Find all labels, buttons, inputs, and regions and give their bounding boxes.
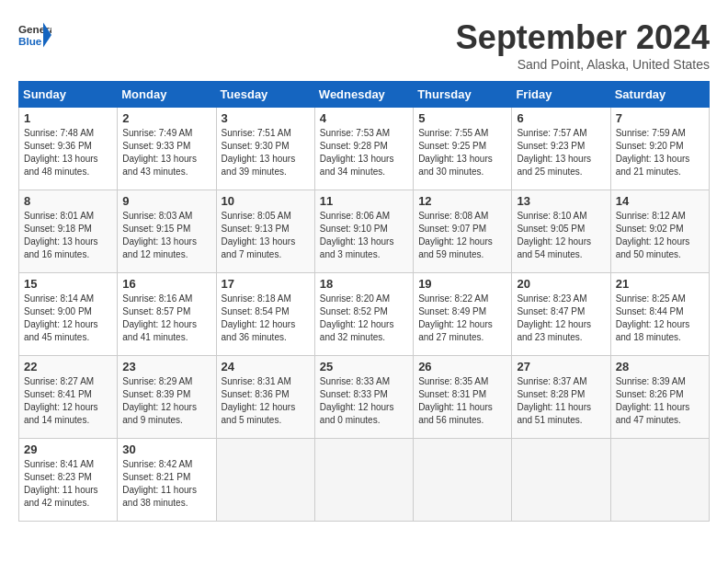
day-info: Sunrise: 8:39 AMSunset: 8:26 PMDaylight:…	[616, 375, 704, 427]
day-number: 4	[320, 111, 408, 125]
day-info: Sunrise: 7:59 AMSunset: 9:20 PMDaylight:…	[616, 127, 704, 178]
day-number: 26	[418, 360, 506, 373]
day-number: 24	[222, 360, 310, 373]
calendar-cell: 17Sunrise: 8:18 AMSunset: 8:54 PMDayligh…	[216, 273, 314, 356]
calendar-cell: 21Sunrise: 8:25 AMSunset: 8:44 PMDayligh…	[610, 273, 709, 356]
calendar-cell: 27Sunrise: 8:37 AMSunset: 8:28 PMDayligh…	[512, 356, 610, 439]
day-info: Sunrise: 7:55 AMSunset: 9:25 PMDaylight:…	[418, 127, 506, 178]
calendar-cell: 23Sunrise: 8:29 AMSunset: 8:39 PMDayligh…	[118, 356, 216, 439]
calendar-cell: 12Sunrise: 8:08 AMSunset: 9:07 PMDayligh…	[414, 190, 512, 273]
calendar-cell: 18Sunrise: 8:20 AMSunset: 8:52 PMDayligh…	[314, 273, 413, 356]
calendar-cell: 13Sunrise: 8:10 AMSunset: 9:05 PMDayligh…	[512, 190, 610, 273]
day-info: Sunrise: 8:06 AMSunset: 9:10 PMDaylight:…	[320, 210, 408, 261]
day-info: Sunrise: 8:10 AMSunset: 9:05 PMDaylight:…	[517, 210, 605, 261]
calendar-cell	[512, 439, 610, 522]
day-number: 21	[616, 277, 704, 291]
day-number: 11	[320, 194, 408, 208]
day-number: 30	[122, 442, 210, 456]
calendar-week-4: 22Sunrise: 8:27 AMSunset: 8:41 PMDayligh…	[19, 356, 710, 439]
month-title: September 2024	[456, 18, 710, 57]
day-number: 5	[418, 111, 506, 125]
calendar-cell: 25Sunrise: 8:33 AMSunset: 8:33 PMDayligh…	[314, 356, 413, 439]
day-number: 27	[517, 360, 605, 373]
day-info: Sunrise: 8:33 AMSunset: 8:33 PMDaylight:…	[320, 375, 408, 427]
day-number: 8	[24, 194, 112, 208]
day-info: Sunrise: 7:51 AMSunset: 9:30 PMDaylight:…	[222, 127, 310, 178]
day-number: 16	[122, 277, 210, 291]
day-info: Sunrise: 8:14 AMSunset: 9:00 PMDaylight:…	[24, 293, 112, 344]
calendar-week-1: 1Sunrise: 7:48 AMSunset: 9:36 PMDaylight…	[19, 108, 710, 190]
title-section: September 2024 Sand Point, Alaska, Unite…	[456, 18, 710, 72]
day-number: 15	[24, 277, 112, 291]
column-header-sunday: Sunday	[19, 82, 118, 108]
calendar-cell: 5Sunrise: 7:55 AMSunset: 9:25 PMDaylight…	[414, 108, 512, 190]
calendar-cell: 29Sunrise: 8:41 AMSunset: 8:23 PMDayligh…	[19, 439, 118, 522]
calendar-cell	[414, 439, 512, 522]
day-info: Sunrise: 8:05 AMSunset: 9:13 PMDaylight:…	[222, 210, 310, 261]
day-number: 22	[24, 360, 112, 373]
calendar-cell: 14Sunrise: 8:12 AMSunset: 9:02 PMDayligh…	[610, 190, 709, 273]
day-info: Sunrise: 8:18 AMSunset: 8:54 PMDaylight:…	[222, 293, 310, 344]
day-number: 13	[517, 194, 605, 208]
calendar-week-2: 8Sunrise: 8:01 AMSunset: 9:18 PMDaylight…	[19, 190, 710, 273]
day-number: 3	[222, 111, 310, 125]
day-info: Sunrise: 8:12 AMSunset: 9:02 PMDaylight:…	[616, 210, 704, 261]
day-info: Sunrise: 8:01 AMSunset: 9:18 PMDaylight:…	[24, 210, 112, 261]
calendar-cell	[216, 439, 314, 522]
day-info: Sunrise: 8:25 AMSunset: 8:44 PMDaylight:…	[616, 293, 704, 344]
calendar-cell: 30Sunrise: 8:42 AMSunset: 8:21 PMDayligh…	[118, 439, 216, 522]
calendar-week-3: 15Sunrise: 8:14 AMSunset: 9:00 PMDayligh…	[19, 273, 710, 356]
calendar-cell: 26Sunrise: 8:35 AMSunset: 8:31 PMDayligh…	[414, 356, 512, 439]
day-info: Sunrise: 8:37 AMSunset: 8:28 PMDaylight:…	[517, 375, 605, 427]
day-info: Sunrise: 8:41 AMSunset: 8:23 PMDaylight:…	[24, 458, 112, 510]
calendar-cell: 16Sunrise: 8:16 AMSunset: 8:57 PMDayligh…	[118, 273, 216, 356]
column-header-tuesday: Tuesday	[216, 82, 314, 108]
calendar-cell	[610, 439, 709, 522]
day-number: 18	[320, 277, 408, 291]
calendar-cell: 3Sunrise: 7:51 AMSunset: 9:30 PMDaylight…	[216, 108, 314, 190]
day-number: 2	[122, 111, 210, 125]
day-number: 28	[616, 360, 704, 373]
calendar-cell: 22Sunrise: 8:27 AMSunset: 8:41 PMDayligh…	[19, 356, 118, 439]
calendar-cell: 28Sunrise: 8:39 AMSunset: 8:26 PMDayligh…	[610, 356, 709, 439]
column-header-monday: Monday	[118, 82, 216, 108]
calendar-table: SundayMondayTuesdayWednesdayThursdayFrid…	[18, 81, 710, 522]
calendar-cell: 1Sunrise: 7:48 AMSunset: 9:36 PMDaylight…	[19, 108, 118, 190]
day-info: Sunrise: 8:16 AMSunset: 8:57 PMDaylight:…	[122, 293, 210, 344]
calendar-cell: 4Sunrise: 7:53 AMSunset: 9:28 PMDaylight…	[314, 108, 413, 190]
day-info: Sunrise: 7:48 AMSunset: 9:36 PMDaylight:…	[24, 127, 112, 178]
day-number: 12	[418, 194, 506, 208]
day-number: 10	[222, 194, 310, 208]
calendar-cell: 7Sunrise: 7:59 AMSunset: 9:20 PMDaylight…	[610, 108, 709, 190]
day-info: Sunrise: 8:31 AMSunset: 8:36 PMDaylight:…	[222, 375, 310, 427]
day-info: Sunrise: 8:20 AMSunset: 8:52 PMDaylight:…	[320, 293, 408, 344]
day-number: 17	[222, 277, 310, 291]
day-info: Sunrise: 8:27 AMSunset: 8:41 PMDaylight:…	[24, 375, 112, 427]
day-number: 19	[418, 277, 506, 291]
calendar-cell: 11Sunrise: 8:06 AMSunset: 9:10 PMDayligh…	[314, 190, 413, 273]
day-number: 9	[122, 194, 210, 208]
calendar-cell: 24Sunrise: 8:31 AMSunset: 8:36 PMDayligh…	[216, 356, 314, 439]
day-info: Sunrise: 8:08 AMSunset: 9:07 PMDaylight:…	[418, 210, 506, 261]
day-info: Sunrise: 8:03 AMSunset: 9:15 PMDaylight:…	[122, 210, 210, 261]
svg-text:Blue: Blue	[18, 35, 42, 47]
day-number: 6	[517, 111, 605, 125]
day-number: 14	[616, 194, 704, 208]
day-number: 25	[320, 360, 408, 373]
day-number: 23	[122, 360, 210, 373]
calendar-cell: 8Sunrise: 8:01 AMSunset: 9:18 PMDaylight…	[19, 190, 118, 273]
column-header-thursday: Thursday	[414, 82, 512, 108]
day-headers: SundayMondayTuesdayWednesdayThursdayFrid…	[19, 82, 710, 108]
calendar-cell: 20Sunrise: 8:23 AMSunset: 8:47 PMDayligh…	[512, 273, 610, 356]
day-info: Sunrise: 7:57 AMSunset: 9:23 PMDaylight:…	[517, 127, 605, 178]
day-number: 29	[24, 442, 112, 456]
column-header-saturday: Saturday	[610, 82, 709, 108]
calendar-cell: 9Sunrise: 8:03 AMSunset: 9:15 PMDaylight…	[118, 190, 216, 273]
calendar-cell	[314, 439, 413, 522]
day-number: 1	[24, 111, 112, 125]
day-info: Sunrise: 7:49 AMSunset: 9:33 PMDaylight:…	[122, 127, 210, 178]
calendar-cell: 6Sunrise: 7:57 AMSunset: 9:23 PMDaylight…	[512, 108, 610, 190]
day-info: Sunrise: 7:53 AMSunset: 9:28 PMDaylight:…	[320, 127, 408, 178]
column-header-wednesday: Wednesday	[314, 82, 413, 108]
column-header-friday: Friday	[512, 82, 610, 108]
